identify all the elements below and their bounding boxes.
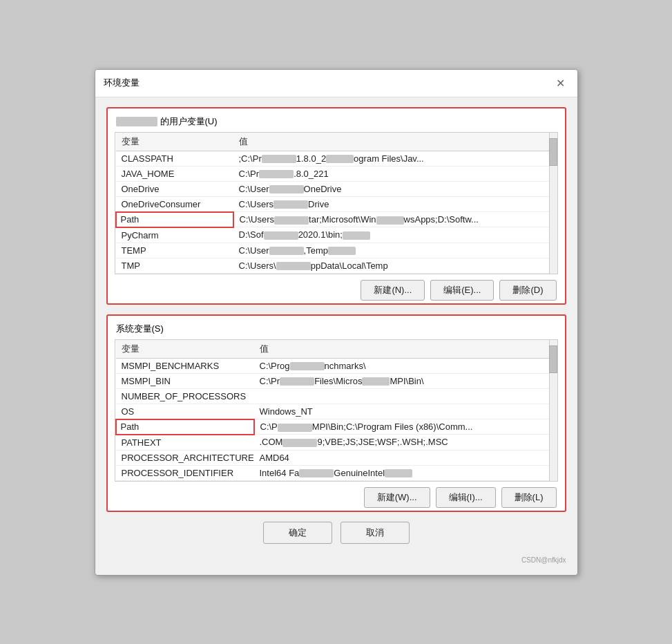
new-sys-button[interactable]: 新建(W)... bbox=[364, 487, 430, 508]
system-scrollbar-thumb[interactable] bbox=[549, 345, 557, 373]
cancel-button[interactable]: 取消 bbox=[340, 522, 410, 544]
table-row[interactable]: MSMPI_BENCHMARKSC:\Prognchmarks\ bbox=[116, 358, 557, 373]
user-table-container: 变量 值 CLASSPATH;C:\Pr1.8.0_2ogram Files\J… bbox=[115, 132, 558, 274]
table-row[interactable]: PyCharmD:\Sof2020.1\bin; bbox=[116, 227, 557, 243]
table-row[interactable]: OneDriveC:\UserOneDrive bbox=[116, 181, 557, 196]
user-variables-section: 的用户变量(U) 变量 值 CLASSPATH;C:\Pr1.8.0_2ogra… bbox=[106, 107, 566, 305]
user-section-label: 的用户变量(U) bbox=[116, 115, 557, 128]
system-variables-section: 系统变量(S) 变量 值 MSMPI_BENCHMARKSC:\Prognchm… bbox=[106, 314, 566, 512]
user-table-header: 变量 值 bbox=[116, 133, 557, 151]
system-button-row: 新建(W)... 编辑(I)... 删除(L) bbox=[116, 487, 557, 508]
system-env-table: 变量 值 MSMPI_BENCHMARKSC:\Prognchmarks\MSM… bbox=[115, 340, 557, 481]
table-row[interactable]: TEMPC:\User,Temp bbox=[116, 243, 557, 258]
delete-sys-button[interactable]: 删除(L) bbox=[501, 487, 557, 508]
table-row[interactable]: PROCESSOR_IDENTIFIERIntel64 FaGenuineInt… bbox=[116, 465, 557, 480]
system-col-val: 值 bbox=[254, 340, 557, 359]
environment-variables-dialog: 环境变量 ✕ 的用户变量(U) 变量 值 CLASSPATH;C:\ bbox=[95, 69, 578, 576]
table-row[interactable]: PathC:\Userstar;Microsoft\WinwsApps;D:\S… bbox=[116, 212, 557, 227]
user-col-var: 变量 bbox=[116, 133, 233, 151]
bottom-button-row: 确定 取消 bbox=[106, 522, 566, 544]
table-row[interactable]: OSWindows_NT bbox=[116, 404, 557, 419]
system-table-body: MSMPI_BENCHMARKSC:\Prognchmarks\MSMPI_BI… bbox=[116, 358, 557, 480]
watermark: CSDN@nfkjdx bbox=[95, 556, 577, 564]
user-section-title: 的用户变量(U) bbox=[160, 115, 218, 128]
edit-sys-button[interactable]: 编辑(I)... bbox=[436, 487, 496, 508]
username-blurred bbox=[116, 117, 157, 126]
delete-user-button[interactable]: 删除(D) bbox=[499, 280, 556, 301]
title-bar: 环境变量 ✕ bbox=[95, 70, 577, 97]
table-row[interactable]: PATHEXT.COM9;VBE;JS;JSE;WSF;.WSH;.MSC bbox=[116, 435, 557, 451]
system-scrollbar[interactable] bbox=[549, 340, 557, 481]
system-table-header: 变量 值 bbox=[116, 340, 557, 359]
system-section-label: 系统变量(S) bbox=[116, 323, 557, 335]
table-row[interactable]: NUMBER_OF_PROCESSORS bbox=[116, 388, 557, 404]
user-table-body: CLASSPATH;C:\Pr1.8.0_2ogram Files\Jav...… bbox=[116, 151, 557, 273]
user-col-val: 值 bbox=[233, 133, 557, 151]
table-row[interactable]: OneDriveConsumerC:\UsersDrive bbox=[116, 196, 557, 212]
system-section-title: 系统变量(S) bbox=[116, 323, 164, 335]
table-row[interactable]: PROCESSOR_ARCHITECTUREAMD64 bbox=[116, 450, 557, 465]
user-env-table: 变量 值 CLASSPATH;C:\Pr1.8.0_2ogram Files\J… bbox=[115, 133, 557, 274]
table-row[interactable]: MSMPI_BINC:\PrFiles\MicrosMPI\Bin\ bbox=[116, 373, 557, 388]
system-table-container: 变量 值 MSMPI_BENCHMARKSC:\Prognchmarks\MSM… bbox=[115, 339, 558, 482]
table-row[interactable]: TMPC:\Users\ppData\Local\Temp bbox=[116, 258, 557, 273]
new-user-button[interactable]: 新建(N)... bbox=[361, 280, 425, 301]
table-row[interactable]: JAVA_HOMEC:\Pr.8.0_221 bbox=[116, 166, 557, 181]
user-scrollbar[interactable] bbox=[549, 133, 557, 274]
close-button[interactable]: ✕ bbox=[552, 75, 569, 91]
ok-button[interactable]: 确定 bbox=[263, 522, 332, 544]
table-row[interactable]: CLASSPATH;C:\Pr1.8.0_2ogram Files\Jav... bbox=[116, 151, 557, 166]
dialog-title: 环境变量 bbox=[104, 77, 140, 89]
user-button-row: 新建(N)... 编辑(E)... 删除(D) bbox=[116, 280, 557, 301]
system-col-var: 变量 bbox=[116, 340, 254, 359]
dialog-body: 的用户变量(U) 变量 值 CLASSPATH;C:\Pr1.8.0_2ogra… bbox=[95, 97, 577, 553]
edit-user-button[interactable]: 编辑(E)... bbox=[430, 280, 494, 301]
table-row[interactable]: PathC:\PMPI\Bin;C:\Program Files (x86)\C… bbox=[116, 419, 557, 435]
user-scrollbar-thumb[interactable] bbox=[549, 138, 557, 166]
